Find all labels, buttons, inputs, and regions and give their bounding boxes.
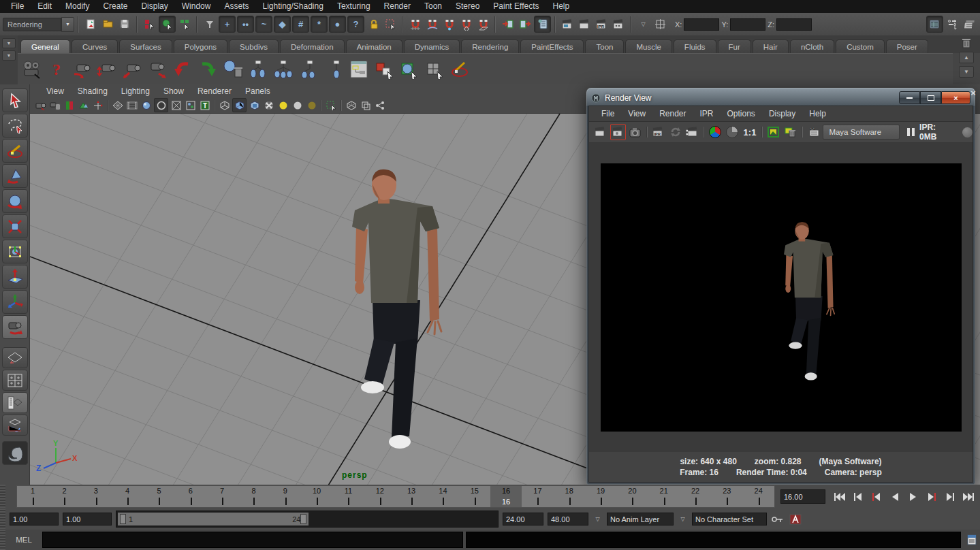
open-render-view-icon[interactable] (560, 16, 575, 32)
menu-lighting-shading[interactable]: Lighting/Shading (255, 0, 330, 13)
move-tool-icon[interactable] (2, 164, 28, 188)
remove-image-icon[interactable] (783, 125, 798, 140)
isolate-select-icon[interactable] (325, 99, 338, 112)
menu-toon[interactable]: Toon (417, 0, 449, 13)
input-connections-icon[interactable] (500, 16, 516, 32)
shelf-tab-painteffects[interactable]: PaintEffects (520, 39, 584, 53)
render-image-panel[interactable] (589, 143, 973, 452)
go-to-end-icon[interactable] (961, 489, 976, 504)
shelf-tab-hair[interactable]: Hair (753, 39, 789, 53)
camera-tumble-icon[interactable] (69, 56, 94, 82)
toolbar-separator[interactable] (400, 16, 405, 33)
remove-from-set-icon[interactable] (321, 56, 346, 82)
grid-icon[interactable] (111, 99, 124, 112)
character-set-dropdown-icon[interactable]: ▽ (678, 514, 688, 524)
component-mode-icon[interactable] (177, 16, 193, 32)
paint-assign-icon[interactable] (447, 56, 472, 82)
lock-icon[interactable] (366, 16, 381, 32)
wireframe-icon[interactable] (218, 99, 231, 112)
snap-grid-icon[interactable] (407, 16, 423, 32)
attribute-editor-icon[interactable] (926, 16, 943, 33)
real-size-icon[interactable]: 1:1 (742, 127, 759, 138)
rv-render-settings-icon[interactable]: "..." (806, 125, 821, 140)
object-mode-icon[interactable] (159, 16, 176, 33)
assign-material-icon[interactable] (397, 56, 422, 82)
scale-tool-icon[interactable] (2, 214, 28, 238)
step-forward-frame-icon[interactable] (943, 489, 958, 504)
script-editor-icon[interactable] (964, 532, 980, 548)
snap-curve-icon[interactable] (424, 16, 440, 32)
ipr-render-icon[interactable]: IPR (594, 16, 610, 32)
layout-four-icon[interactable] (2, 370, 28, 391)
menu-render[interactable]: Render (377, 0, 417, 13)
dynamics-mask-icon[interactable]: * (311, 16, 328, 33)
curves-mask-icon[interactable]: ~ (255, 16, 272, 33)
menu-set-dropdown-icon[interactable]: ▼ (61, 17, 74, 32)
frame-cell[interactable]: 2 (48, 486, 80, 507)
rendering-mask-icon[interactable]: ● (329, 16, 346, 33)
joints-mask-icon[interactable]: •• (237, 16, 254, 33)
region-render-icon[interactable] (685, 125, 700, 140)
shelf-tab-fluids[interactable]: Fluids (674, 39, 716, 53)
maximize-icon[interactable] (920, 91, 941, 104)
rv-menu-render[interactable]: Render (652, 109, 693, 118)
frame-cell[interactable]: 10 (301, 486, 332, 507)
show-manipulator-icon[interactable] (2, 290, 28, 314)
shelf-tab-dynamics[interactable]: Dynamics (404, 39, 460, 53)
help-icon[interactable]: ? (44, 56, 69, 82)
toolbar-separator[interactable] (553, 16, 558, 33)
command-language-label[interactable]: MEL (8, 536, 39, 544)
snapshot-icon[interactable] (628, 125, 643, 140)
rotate-tool-icon[interactable] (2, 189, 28, 213)
safe-title-icon[interactable]: T (198, 99, 211, 112)
gate-mask-icon[interactable] (154, 98, 168, 112)
shelf-scroll-up-icon[interactable]: ▲ (959, 52, 974, 63)
surfaces-mask-icon[interactable]: ◆ (274, 16, 291, 33)
field-chart-icon[interactable] (170, 99, 183, 112)
plugin-display-icon[interactable] (373, 99, 386, 112)
use-all-lights-icon[interactable] (262, 99, 275, 112)
frame-cell[interactable]: 5 (143, 486, 174, 507)
output-connections-icon[interactable] (517, 16, 533, 32)
smooth-shade-icon[interactable] (232, 98, 247, 112)
camera-zoom-icon[interactable] (145, 56, 170, 82)
shelf-tab-polygons[interactable]: Polygons (174, 39, 227, 53)
lasso-tool-icon[interactable] (2, 114, 28, 138)
frame-cell[interactable]: 22 (680, 486, 711, 507)
render-view-titlebar[interactable]: Render View × (588, 90, 973, 106)
shelf-tab-ncloth[interactable]: nCloth (790, 39, 834, 53)
redo-previous-render-icon[interactable] (610, 124, 627, 140)
projector-icon[interactable] (19, 56, 44, 82)
command-line-grip[interactable] (0, 530, 5, 550)
current-time-field[interactable] (780, 489, 825, 504)
menu-file[interactable]: File (4, 0, 31, 13)
shelf-tab-custom[interactable]: Custom (836, 39, 885, 53)
textured-icon[interactable] (248, 99, 261, 112)
select-tool-icon[interactable] (2, 88, 28, 112)
menu-create[interactable]: Create (96, 0, 134, 13)
range-slider-bar[interactable]: 1 24 (118, 513, 309, 525)
add-to-set-icon[interactable] (296, 56, 321, 82)
delete-unused-icon[interactable] (221, 56, 245, 82)
anim-layer-dropdown-icon[interactable]: ▽ (592, 514, 603, 524)
frame-cell[interactable]: 13 (396, 486, 427, 507)
xray-joints-icon[interactable] (359, 99, 372, 112)
bookmarks-icon[interactable] (63, 99, 76, 112)
new-scene-icon[interactable] (83, 16, 99, 32)
menu-set-selector[interactable]: Rendering ▼ (3, 17, 74, 32)
rv-menu-options[interactable]: Options (721, 109, 762, 118)
handles-mask-icon[interactable]: + (219, 16, 236, 33)
render-current-frame-icon[interactable] (577, 16, 592, 32)
range-start-handle[interactable] (120, 514, 126, 524)
construction-history-icon[interactable] (534, 16, 551, 33)
combined-mask-dropdown-icon[interactable] (202, 16, 217, 32)
menu-paint-effects[interactable]: Paint Effects (486, 0, 546, 13)
highlight-selection-icon[interactable] (383, 16, 398, 32)
command-output[interactable] (466, 532, 961, 548)
rv-menu-ipr[interactable]: IPR (693, 109, 721, 118)
auto-keyframe-icon[interactable] (789, 513, 802, 526)
image-plane-icon[interactable] (77, 99, 90, 112)
step-back-key-icon[interactable] (869, 489, 884, 504)
rv-menu-file[interactable]: File (595, 109, 621, 118)
shelf-tab-general[interactable]: General (20, 39, 70, 53)
